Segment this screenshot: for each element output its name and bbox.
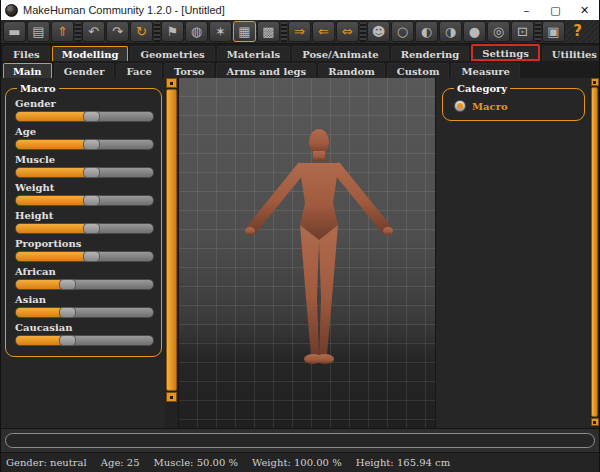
subtab-gender[interactable]: Gender [54, 63, 115, 78]
scrollbar-top-cap[interactable] [166, 78, 177, 88]
subtab-torso[interactable]: Torso [164, 63, 215, 78]
symmetry-both-icon[interactable]: ⇔ [336, 21, 359, 42]
scrollbar-thumb[interactable] [166, 89, 177, 391]
zoom-to-fit-icon[interactable]: ⊡ [511, 21, 534, 42]
tab-materials[interactable]: Materials [217, 46, 291, 61]
toolbar-separator [360, 21, 366, 42]
subtab-random[interactable]: Random [318, 63, 385, 78]
category-group-label: Category [454, 83, 510, 94]
category-option-macro[interactable]: Macro [452, 98, 577, 114]
subtab-arms-and-legs[interactable]: Arms and legs [216, 63, 316, 78]
radio-button-icon[interactable] [454, 100, 466, 112]
tab-settings[interactable]: Settings [471, 44, 540, 61]
status-weight: Weight: 100.00 % [252, 457, 342, 468]
gender-slider-handle[interactable] [83, 111, 100, 122]
right-panel: Category Macro [436, 78, 590, 428]
sub-tab-bar: Main Gender Face Torso Arms and legs Ran… [1, 61, 599, 78]
toolbar-separator [281, 21, 287, 42]
subtab-measure[interactable]: Measure [451, 63, 519, 78]
subtab-face[interactable]: Face [116, 63, 161, 78]
subtab-custom[interactable]: Custom [387, 63, 450, 78]
redo-icon[interactable]: ↷ [106, 21, 129, 42]
scrollbar-thumb[interactable] [591, 87, 598, 417]
african-slider-handle[interactable] [59, 279, 76, 290]
grab-screenshot-icon[interactable]: ▣ [542, 21, 565, 42]
scrollbar-top-cap[interactable] [591, 78, 599, 86]
close-button[interactable]: ✕ [570, 0, 599, 20]
toolbar-separator [75, 21, 81, 42]
symmetry-right-icon[interactable]: ⇒ [288, 21, 311, 42]
status-muscle: Muscle: 50.00 % [154, 457, 238, 468]
age-slider-track[interactable] [15, 139, 154, 150]
proportions-slider: Proportions [15, 238, 154, 262]
toolbar-separator [535, 21, 541, 42]
caucasian-slider: Caucasian [15, 322, 154, 346]
grid-icon[interactable]: ▦ [233, 21, 256, 42]
main-content: Macro Gender Age Muscle [1, 78, 599, 428]
muscle-slider-track[interactable] [15, 167, 154, 178]
category-group: Category Macro [442, 83, 585, 121]
age-slider: Age [15, 126, 154, 150]
african-slider: African [15, 266, 154, 290]
app-logo-icon [5, 4, 18, 17]
tab-geometries[interactable]: Geometries [130, 46, 214, 61]
reset-model-icon[interactable]: ↻ [130, 21, 153, 42]
view-top-icon[interactable]: ● [463, 21, 486, 42]
asian-slider-handle[interactable] [59, 307, 76, 318]
caucasian-slider-track[interactable] [15, 335, 154, 346]
height-slider-track[interactable] [15, 223, 154, 234]
macro-group: Macro Gender Age Muscle [5, 83, 162, 357]
left-panel: Macro Gender Age Muscle [1, 78, 165, 428]
height-slider-handle[interactable] [83, 223, 100, 234]
smooth-icon[interactable]: ⚑ [161, 21, 184, 42]
pose-icon[interactable]: ✶ [209, 21, 232, 42]
load-file-icon[interactable]: ⇑ [51, 21, 74, 42]
age-slider-handle[interactable] [83, 139, 100, 150]
progress-bar [5, 433, 595, 448]
symmetry-left-icon[interactable]: ⇐ [312, 21, 335, 42]
tab-pose-animate[interactable]: Pose/Animate [292, 46, 388, 61]
tab-utilities[interactable]: Utilities [542, 46, 600, 61]
view-right-icon[interactable]: ◑ [439, 21, 462, 42]
save-file-icon[interactable]: ▤ [27, 21, 50, 42]
menu-tab-bar: Files Modelling Geometries Materials Pos… [1, 44, 599, 61]
right-panel-scrollbar[interactable] [590, 78, 599, 428]
asian-slider-track[interactable] [15, 307, 154, 318]
height-slider: Height [15, 210, 154, 234]
gender-slider: Gender [15, 98, 154, 122]
proportions-slider-track[interactable] [15, 251, 154, 262]
help-icon[interactable]: ? [566, 21, 589, 42]
minimize-button[interactable]: – [512, 0, 541, 20]
new-document-icon[interactable]: ▬ [3, 21, 26, 42]
wireframe-icon[interactable]: ◍ [185, 21, 208, 42]
weight-slider-handle[interactable] [83, 195, 100, 206]
tab-modelling[interactable]: Modelling [52, 46, 129, 61]
viewport-3d[interactable] [178, 78, 436, 428]
caucasian-slider-handle[interactable] [59, 335, 76, 346]
scrollbar-bottom-cap[interactable] [591, 418, 599, 426]
human-model[interactable] [219, 128, 419, 368]
background-icon[interactable]: ▩ [257, 21, 280, 42]
progress-strip [1, 428, 599, 452]
view-bottom-icon[interactable]: ◎ [487, 21, 510, 42]
view-back-icon[interactable]: ○ [391, 21, 414, 42]
tab-files[interactable]: Files [3, 46, 50, 61]
muscle-slider: Muscle [15, 154, 154, 178]
gender-slider-track[interactable] [15, 111, 154, 122]
window-title: MakeHuman Community 1.2.0 - [Untitled] [23, 4, 512, 16]
weight-slider-track[interactable] [15, 195, 154, 206]
subtab-main[interactable]: Main [3, 63, 52, 78]
maximize-button[interactable]: ▢ [541, 0, 570, 20]
title-bar: MakeHuman Community 1.2.0 - [Untitled] –… [1, 0, 599, 20]
view-front-icon[interactable]: ☻ [367, 21, 390, 42]
left-panel-scrollbar[interactable] [165, 78, 178, 428]
macro-group-label: Macro [17, 83, 59, 94]
status-age: Age: 25 [101, 457, 140, 468]
proportions-slider-handle[interactable] [83, 251, 100, 262]
muscle-slider-handle[interactable] [83, 167, 100, 178]
undo-icon[interactable]: ↶ [82, 21, 105, 42]
view-left-icon[interactable]: ◐ [415, 21, 438, 42]
african-slider-track[interactable] [15, 279, 154, 290]
scrollbar-bottom-cap[interactable] [166, 392, 177, 402]
tab-rendering[interactable]: Rendering [391, 46, 470, 61]
